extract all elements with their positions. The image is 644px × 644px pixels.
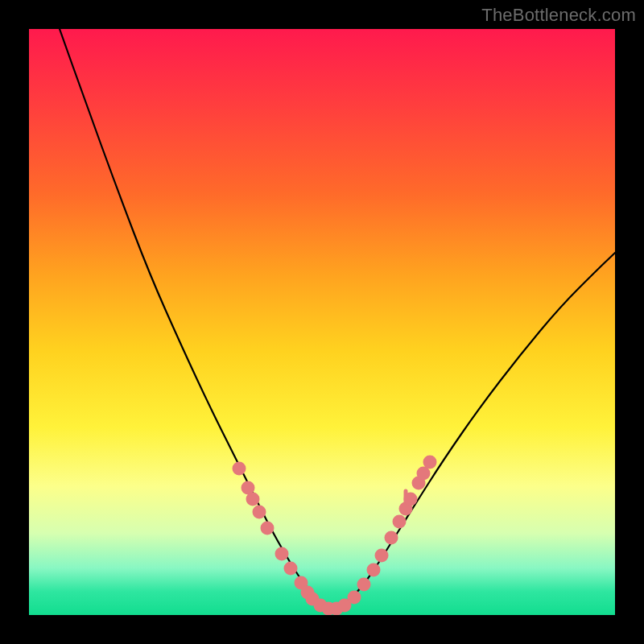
scatter-dot (261, 522, 275, 535)
scatter-dot (253, 506, 266, 519)
scatter-dot (367, 564, 381, 577)
chart-frame: TheBottleneck.com (0, 0, 644, 644)
scatter-dot (404, 493, 418, 506)
chart-svg (29, 29, 615, 615)
scatter-dot (246, 493, 260, 506)
scatter-dot (357, 578, 371, 592)
scatter-dot (375, 549, 389, 563)
scatter-dot (275, 547, 289, 561)
curve-layer (60, 29, 615, 610)
plot-area (29, 29, 615, 615)
scatter-dot (423, 456, 437, 469)
scatter-dot (385, 531, 398, 545)
scatter-dot (393, 515, 407, 529)
scatter-dot (284, 562, 298, 576)
scatter-layer (233, 456, 437, 616)
scatter-dot (348, 591, 361, 605)
scatter-dot (233, 462, 246, 476)
watermark-text: TheBottleneck.com (481, 5, 636, 26)
series-left-curve (60, 29, 335, 610)
